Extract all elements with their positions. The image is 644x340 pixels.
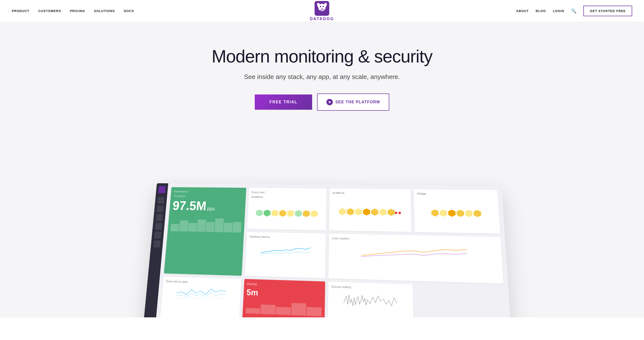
queues-chart [330,290,410,317]
hexmap-1 [250,200,323,228]
throughput-value: 97.5M pps [172,198,243,214]
hex-cell [303,210,310,217]
hex-cell [347,208,354,215]
hex-cell [271,210,278,217]
dashboard-mockup: Performance Throughput 97.5M pps [143,183,513,317]
load-crawlers-chart [331,242,500,280]
hex-cell [295,210,302,217]
performance-title: Performance [174,190,243,193]
nav-left: PRODUCT CUSTOMERS PRICING SOLUTIONS DOCS [12,9,134,13]
sidebar-icon-4 [155,223,162,230]
sidebar-icon-5 [154,231,161,239]
sidebar-icon-3 [156,214,163,221]
dashboard-container: Performance Throughput 97.5M pps [143,183,513,317]
logo-text: DATADOG [310,17,334,21]
nav-docs[interactable]: DOCS [124,9,134,13]
queues-title: Queues waiting [331,285,410,291]
hex-cell [371,208,378,215]
region-label-1: us-east-1e [251,195,324,199]
hex-cell [474,210,482,217]
read-rate-card: Read rate by table [159,276,241,317]
nav-about[interactable]: ABOUT [516,9,529,13]
nav-product[interactable]: PRODUCT [12,9,30,13]
hexmap-3 [416,196,497,230]
database-latency-card: Database latency [244,232,326,278]
hero-title: Modern monitoring & security [212,47,432,66]
read-rate-title: Read rate by table [166,280,238,285]
hex-cell [440,209,447,217]
db-latency-chart [248,240,323,275]
hex-cell [264,210,271,217]
hex-cell [363,208,370,215]
queues-waiting-card: Queues waiting [328,281,414,317]
hex-cell [355,208,362,215]
hero-buttons: FREE TRIAL SEE THE PLATFORM [255,94,390,111]
hex-cell [388,209,395,216]
free-trial-button[interactable]: FREE TRIAL [255,94,312,110]
nav-blog[interactable]: BLOG [536,9,546,13]
region-map-card-1: us-east-1a [329,188,411,232]
alert-dot [395,212,398,214]
nav-solutions[interactable]: SOLUTIONS [94,9,115,13]
region-label-2: us-east-1a [332,191,408,195]
hex-cell [431,209,439,217]
hex-cell [287,210,294,217]
query-load-title: Query load [252,191,324,194]
nav-customers[interactable]: CUSTOMERS [38,9,61,13]
nav-pricing[interactable]: PRICING [70,9,85,13]
hexmap-2 [332,195,408,229]
nav-login[interactable]: LOGIN [553,9,564,13]
hex-cell [456,210,464,217]
dashboard-main: Performance Throughput 97.5M pps [155,183,513,317]
get-started-button[interactable]: GET STARTED FREE [584,6,632,16]
hex-cell [311,210,318,217]
hex-cell [339,208,346,215]
nav-logo[interactable]: DATADOG [310,1,334,21]
hex-cell [465,210,473,217]
db-latency-title: Database latency [249,235,323,240]
hero-subtitle: See inside any stack, any app, at any sc… [244,73,400,81]
sidebar-icon-1 [158,197,164,203]
throughput-label: Throughput [174,195,243,198]
backlog-title: Backlog [247,282,322,288]
navbar: PRODUCT CUSTOMERS PRICING SOLUTIONS DOCS… [0,0,644,22]
sidebar-icon-2 [157,205,164,212]
load-crawlers-card: Load crawlers [328,234,504,284]
play-triangle [329,101,331,103]
play-icon [326,99,333,105]
search-icon[interactable]: 🔍 [571,8,576,14]
region-label-3: c3.large [416,192,495,195]
hex-cell [279,210,286,217]
region-map-card-2: c3.large [414,189,500,234]
read-rate-chart [162,285,238,317]
hex-cell [380,209,386,216]
sidebar-logo [158,186,166,193]
hex-cell [448,210,456,217]
performance-card: Performance Throughput 97.5M pps [164,187,246,276]
nav-right: ABOUT BLOG LOGIN 🔍 GET STARTED FREE [516,6,632,16]
query-load-card: Query load us-east-1e [247,188,327,230]
see-platform-button[interactable]: SEE THE PLATFORM [317,94,389,111]
hero-section: Modern monitoring & security See inside … [0,22,644,317]
sidebar-icon-6 [153,240,160,247]
backlog-card: Backlog 5m [242,279,325,317]
alert-dot [398,212,401,214]
hex-cell [256,209,263,216]
see-platform-label: SEE THE PLATFORM [335,100,380,104]
